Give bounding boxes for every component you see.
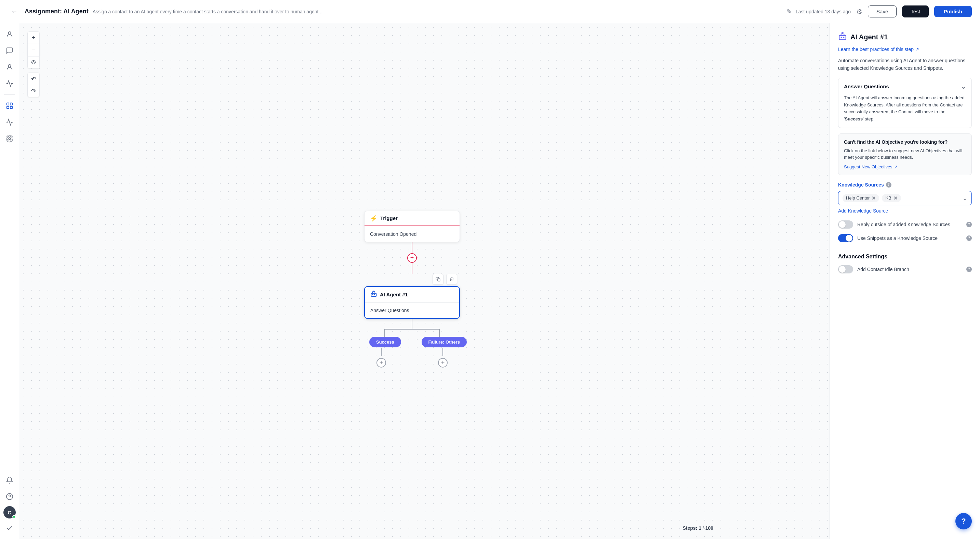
reply-outside-help-icon[interactable]: ?: [966, 222, 972, 227]
svg-rect-3: [10, 103, 12, 105]
node-action-buttons: [364, 273, 460, 284]
toggle-knob-3: [839, 266, 846, 273]
copy-node-button[interactable]: [433, 273, 444, 284]
check-icon[interactable]: [3, 521, 16, 535]
svg-rect-17: [839, 36, 846, 40]
fit-view-button[interactable]: [27, 56, 40, 69]
help-button[interactable]: ?: [955, 513, 972, 529]
info-box: Can't find the AI Objective you're looki…: [838, 134, 972, 175]
save-button[interactable]: Save: [868, 5, 897, 18]
connector-line-1: [412, 242, 412, 253]
failure-v-line: [442, 348, 443, 356]
trigger-node-text: Conversation Opened: [370, 231, 417, 236]
snippets-toggle[interactable]: [838, 234, 853, 242]
failure-branch: Failure: Others: [422, 336, 467, 347]
best-practices-link[interactable]: Learn the best practices of this step ↗: [838, 46, 972, 52]
external-link-icon-2: ↗: [894, 164, 897, 169]
toggle-knob-1: [839, 221, 846, 228]
left-sidebar: [0, 23, 19, 539]
svg-rect-4: [6, 107, 8, 108]
edit-title-icon[interactable]: ✎: [786, 8, 792, 15]
tag-kb-remove-button[interactable]: ✕: [894, 195, 897, 201]
answer-questions-toggle[interactable]: Answer Questions ⌄: [844, 83, 966, 90]
idle-branch-label: Add Contact Idle Branch: [857, 266, 962, 272]
branch-connectors: Success Failure: Others: [350, 319, 474, 346]
sidebar-item-contacts[interactable]: [3, 60, 16, 74]
reply-outside-toggle[interactable]: [838, 220, 853, 229]
back-button[interactable]: ←: [8, 5, 21, 18]
suggest-objectives-text: Suggest New Objectives: [844, 164, 892, 169]
zoom-out-button[interactable]: −: [27, 44, 40, 56]
sidebar-item-settings[interactable]: [3, 132, 16, 145]
sidebar-item-workflow[interactable]: [3, 99, 16, 113]
toggle-reply-outside-row: Reply outside of added Knowledge Sources…: [838, 220, 972, 229]
zoom-in-button[interactable]: +: [27, 32, 40, 44]
svg-rect-10: [371, 293, 377, 297]
user-avatar[interactable]: C: [3, 506, 16, 518]
tag-help-center: Help Center ✕: [843, 194, 879, 202]
undo-button[interactable]: ↶: [27, 73, 40, 85]
info-box-title: Can't find the AI Objective you're looki…: [844, 139, 966, 145]
publish-button[interactable]: Publish: [934, 6, 972, 17]
svg-rect-2: [6, 103, 8, 105]
agent-node[interactable]: AI Agent #1 Answer Questions: [364, 286, 460, 319]
success-badge[interactable]: Success: [369, 336, 401, 347]
sidebar-divider: [4, 94, 15, 95]
delete-node-button[interactable]: [446, 273, 457, 284]
panel-description: Automate conversations using AI Agent to…: [838, 57, 972, 72]
sidebar-item-signal[interactable]: [3, 77, 16, 90]
test-button[interactable]: Test: [902, 5, 929, 18]
success-add-button[interactable]: +: [377, 358, 386, 367]
panel-header: AI Agent #1: [838, 32, 972, 42]
svg-rect-9: [438, 279, 440, 281]
success-word: Success: [845, 116, 863, 121]
knowledge-sources-section-title: Knowledge Sources ?: [838, 182, 972, 188]
add-step-button-1[interactable]: +: [407, 253, 417, 263]
help-sidebar-icon[interactable]: [3, 490, 16, 503]
info-box-description: Click on the link below to suggest new A…: [844, 147, 966, 161]
svg-point-1: [8, 65, 11, 67]
snippets-help-icon[interactable]: ?: [966, 236, 972, 241]
failure-add-button[interactable]: +: [438, 358, 448, 367]
agent-node-header: AI Agent #1: [365, 287, 459, 302]
steps-max: 100: [705, 525, 713, 531]
last-updated-text: Last updated 13 days ago: [796, 9, 851, 14]
sidebar-item-home[interactable]: [3, 27, 16, 41]
tag-help-center-remove-button[interactable]: ✕: [872, 195, 876, 201]
settings-icon[interactable]: ⚙: [856, 8, 862, 16]
sidebar-item-chat[interactable]: [3, 44, 16, 57]
knowledge-sources-help-icon[interactable]: ?: [886, 182, 891, 188]
external-link-icon: ↗: [915, 46, 919, 52]
steps-label: Steps:: [682, 525, 697, 531]
panel-divider: [838, 248, 972, 248]
trigger-node-header: ⚡ Trigger: [364, 211, 460, 226]
svg-point-8: [32, 61, 35, 64]
idle-branch-toggle[interactable]: [838, 265, 853, 273]
svg-point-19: [843, 37, 844, 38]
success-add-area: +: [377, 348, 386, 367]
main-content: + − ↶ ↷ ⚡ Trigger: [0, 23, 980, 539]
toggle-idle-branch-row: Add Contact Idle Branch ?: [838, 265, 972, 273]
trigger-node-body: Conversation Opened: [364, 226, 460, 242]
sidebar-item-charts[interactable]: [3, 115, 16, 129]
online-status-dot: [12, 515, 16, 518]
add-knowledge-source-link[interactable]: Add Knowledge Source: [838, 208, 972, 214]
steps-counter: Steps: 1 / 100: [682, 525, 713, 531]
success-v-line: [381, 348, 382, 356]
best-practices-link-text: Learn the best practices of this step: [838, 46, 914, 52]
tags-chevron-icon: ⌄: [962, 195, 967, 202]
tags-container[interactable]: Help Center ✕ KB ✕ ⌄: [838, 191, 972, 205]
failure-badge[interactable]: Failure: Others: [422, 336, 467, 347]
workflow-canvas[interactable]: + − ↶ ↷ ⚡ Trigger: [19, 23, 830, 539]
canvas-controls: + − ↶ ↷: [27, 32, 40, 97]
trigger-node-title: Trigger: [380, 215, 398, 221]
panel-agent-icon: [838, 32, 847, 42]
trigger-node[interactable]: ⚡ Trigger Conversation Opened: [364, 210, 460, 242]
redo-button[interactable]: ↷: [27, 85, 40, 97]
avatar-initials: C: [8, 510, 12, 515]
notification-icon[interactable]: [3, 473, 16, 487]
svg-point-12: [374, 294, 375, 295]
idle-branch-help-icon[interactable]: ?: [966, 266, 972, 272]
branch-add-buttons: + +: [350, 348, 474, 367]
suggest-objectives-link[interactable]: Suggest New Objectives ↗: [844, 164, 966, 169]
